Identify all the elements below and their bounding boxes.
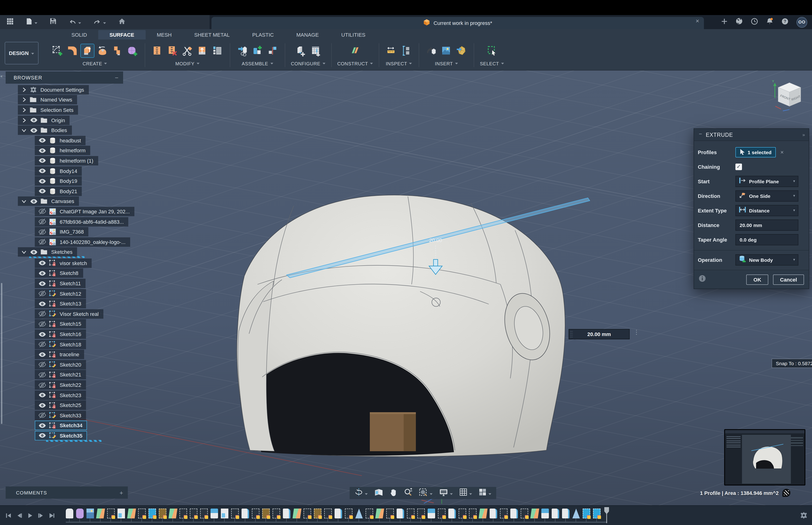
visibility-off-icon[interactable] (37, 412, 47, 419)
visibility-on-icon[interactable] (37, 148, 47, 153)
help-icon[interactable]: ? (781, 18, 788, 27)
timeline-feature-35-sketch[interactable] (417, 509, 425, 519)
measure-tool[interactable] (385, 44, 398, 57)
visibility-on-icon[interactable] (37, 271, 47, 276)
browser-item-sketch35[interactable]: Sketch35 (6, 431, 147, 441)
app-grid-icon[interactable] (6, 18, 14, 27)
extrude-tool[interactable] (81, 44, 94, 57)
timeline-feature-48-surface[interactable] (552, 509, 559, 519)
extrude-dialog-header[interactable]: − EXTRUDE » (694, 129, 809, 141)
helmet-model[interactable] (237, 195, 565, 456)
visibility-on-icon[interactable] (37, 403, 47, 408)
multi-view-icon[interactable] (478, 488, 491, 498)
browser-item-body14[interactable]: Body14 (6, 166, 147, 176)
distance-input[interactable]: 20.00 mm (735, 219, 798, 230)
timeline-feature-23-plane[interactable] (293, 509, 301, 519)
job-status-icon[interactable] (751, 18, 758, 27)
timeline-feature-42-surface[interactable] (490, 509, 497, 519)
timeline-feature-34-sketch[interactable] (407, 509, 414, 519)
timeline-playhead[interactable] (604, 507, 610, 525)
visibility-off-icon[interactable] (37, 229, 47, 235)
tab-mesh[interactable]: MESH (145, 30, 183, 40)
chevron-right-icon[interactable] (20, 97, 28, 102)
timeline-feature-49-surface[interactable] (562, 509, 569, 519)
add-comment-icon[interactable]: + (120, 489, 128, 496)
visibility-on-icon[interactable] (37, 281, 47, 286)
comments-bar[interactable]: COMMENTS + (6, 486, 128, 499)
step-forward-icon[interactable] (38, 512, 44, 520)
browser-item-selection-sets[interactable]: Selection Sets (6, 105, 147, 115)
timeline-feature-28-sketch[interactable] (345, 509, 352, 519)
visibility-on-icon[interactable] (37, 301, 47, 306)
timeline-feature-3-canvas[interactable] (87, 509, 94, 519)
browser-item-sketch15[interactable]: Sketch15 (6, 319, 147, 329)
timeline-feature-1-form[interactable] (66, 509, 73, 519)
chevron-right-icon[interactable] (20, 87, 28, 92)
timeline-feature-21-sketch[interactable] (273, 509, 280, 519)
dialog-minimize-icon[interactable]: − (694, 131, 706, 139)
visibility-on-icon[interactable] (37, 423, 47, 428)
start-dropdown[interactable]: Profile Plane ▾ (735, 176, 798, 187)
workspace-switcher[interactable]: DESIGN (5, 42, 39, 64)
timeline-feature-5-sketch[interactable] (107, 509, 114, 519)
visibility-off-icon[interactable] (37, 362, 47, 368)
browser-item-helmetform-1[interactable]: helmetform (1) (6, 155, 147, 166)
timeline-feature-46-plane[interactable] (531, 509, 538, 519)
browser-item-sketch8[interactable]: Sketch8 (6, 268, 147, 278)
trim-tool[interactable] (181, 44, 194, 57)
pan-icon[interactable] (389, 487, 398, 498)
operation-dropdown[interactable]: New Body ▾ (735, 254, 798, 265)
timeline-feature-30-sketch[interactable] (366, 509, 373, 519)
tab-manage[interactable]: MANAGE (285, 30, 330, 40)
timeline-feature-11-plane[interactable] (169, 509, 177, 519)
look-at-icon[interactable] (374, 488, 383, 498)
insert-mcmaster-tool[interactable] (425, 44, 438, 57)
browser-item-named-views[interactable]: Named Views (6, 95, 147, 105)
visibility-on-icon[interactable] (37, 260, 47, 266)
zoom-icon[interactable] (404, 487, 413, 498)
visibility-on-icon[interactable] (37, 352, 47, 357)
timeline-feature-50-cone[interactable] (572, 509, 580, 519)
ribbon-group-label[interactable]: MODIFY (175, 61, 199, 66)
timeline-feature-40-sketch[interactable] (469, 509, 476, 519)
dialog-expand-icon[interactable]: » (802, 132, 809, 137)
visibility-on-icon[interactable] (37, 168, 47, 174)
browser-item-traceline[interactable]: traceline (6, 349, 147, 360)
timeline-feature-7-plane[interactable] (128, 509, 135, 519)
insert-mesh-tool[interactable] (455, 44, 468, 57)
ribbon-group-label[interactable]: CONFIGURE (291, 61, 325, 66)
construction-plane-tool[interactable] (349, 44, 362, 57)
stitch-tool[interactable] (151, 44, 164, 57)
browser-item-sketch20[interactable]: Sketch20 (6, 360, 147, 370)
timeline-feature-51-cyan[interactable] (583, 509, 590, 519)
timeline-feature-47-thicken[interactable] (541, 509, 549, 519)
browser-item-headbust[interactable]: headbust (6, 135, 147, 146)
browser-item-body21[interactable]: Body21 (6, 186, 147, 196)
timeline-feature-36-thicken[interactable] (428, 509, 435, 519)
timeline-feature-10-gold[interactable] (159, 509, 166, 519)
timeline-feature-18-surface[interactable] (242, 509, 249, 519)
browser-item-sketch21[interactable]: Sketch21 (6, 370, 147, 380)
browser-item-chatgpt-image-jan-29-202[interactable]: ChatGPT Image Jan 29, 202... (6, 206, 147, 216)
visibility-off-icon[interactable] (37, 219, 47, 225)
timeline-feature-24-sketch[interactable] (304, 509, 311, 519)
redo-icon[interactable] (93, 18, 106, 26)
timeline-feature-29-cone[interactable] (355, 509, 363, 519)
timeline-feature-32-sketch[interactable] (386, 509, 394, 519)
visibility-off-icon[interactable] (37, 341, 47, 347)
browser-item-sketch12[interactable]: Sketch12 (6, 289, 147, 299)
timeline-feature-33-surface[interactable] (397, 509, 404, 519)
orbit-icon[interactable] (354, 487, 368, 498)
ok-button[interactable]: OK (747, 274, 768, 285)
browser-item-sketch34[interactable]: Sketch34 (6, 420, 147, 431)
fit-icon[interactable] (419, 487, 433, 498)
timeline-feature-9-blue[interactable] (149, 509, 156, 519)
browser-item-sketch16[interactable]: Sketch16 (6, 329, 147, 339)
timeline-feature-4-plane[interactable] (97, 509, 104, 519)
browser-item-sketch13[interactable]: Sketch13 (6, 299, 147, 309)
visibility-on-icon[interactable] (37, 332, 47, 337)
display-settings-icon[interactable] (439, 488, 453, 498)
extent-type-dropdown[interactable]: Distance ▾ (735, 205, 798, 216)
new-component-tool[interactable] (251, 44, 264, 57)
chevron-right-icon[interactable] (20, 118, 28, 122)
